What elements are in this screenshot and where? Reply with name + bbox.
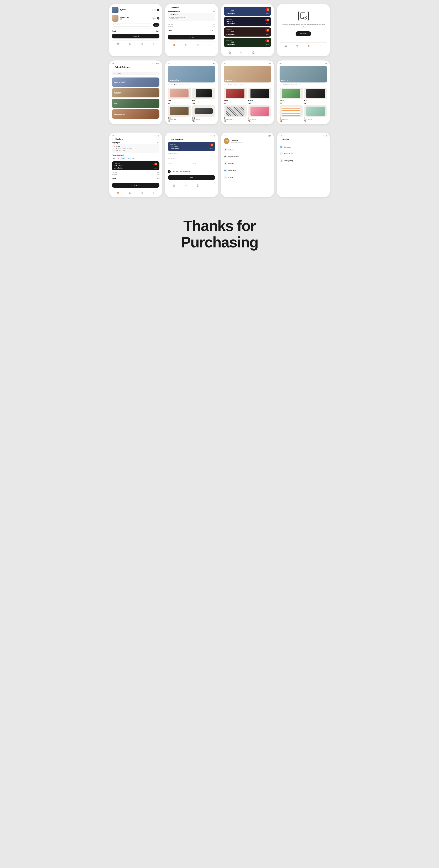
qty-decrease-2[interactable]: − [152,17,155,20]
cart-item-2-qty[interactable]: − 1 + [152,17,159,20]
settings-terms[interactable]: 📋 Terms of Use › [280,150,327,157]
nav-heart-icon[interactable]: ♡ [264,51,267,54]
category-men[interactable]: Men [112,99,159,108]
amex-logo[interactable]: AMEX [121,157,126,160]
save-checkbox[interactable]: ✓ [168,170,171,173]
nav-orders-icon[interactable]: 📋 [140,191,143,194]
profile-menu-logout[interactable]: ↩ Log out › [224,174,271,181]
qty-increase-1[interactable]: + [157,9,159,11]
nav-orders-icon[interactable]: 📋 [252,51,255,54]
nav-home-icon[interactable]: 🏠 [284,44,287,47]
promo-input[interactable] [112,23,152,27]
nav-cart-icon[interactable]: 🛍 [240,51,243,54]
edit-link[interactable]: Edit [157,142,159,143]
payment-card-4[interactable]: Credit Card •••• 4380 Letita Esthan 08/2… [224,38,271,47]
payment-card-1[interactable]: Credit Card •••• 1357 Letita Esthan 08/2… [224,7,271,16]
nav-orders-icon[interactable]: 📋 [308,44,311,47]
tab-dresses[interactable]: Dresses [228,84,232,86]
nav-cart-icon[interactable]: 🛍 [296,44,299,47]
qty-decrease-1[interactable]: − [152,9,155,11]
product-card-1[interactable]: Forza Toe Flat $39 [168,88,191,104]
back-icon[interactable]: ← [168,7,169,9]
product-card-2[interactable]: Forza Toe Flat $39 [248,88,271,104]
expires-input[interactable] [168,165,190,166]
tab-tops[interactable]: Tops [224,84,226,86]
product-card-4[interactable]: Forza Toe Flat $39 [248,105,271,122]
profile-menu-voucher[interactable]: 🎟 Voucher › [224,160,271,167]
tab-coats[interactable]: Coats & [240,84,244,86]
mastercard-logo[interactable]: ● ● [117,157,121,160]
heart-icon[interactable]: ♥ [269,63,270,64]
card-number-input[interactable] [168,160,215,161]
search-input[interactable] [117,73,135,74]
nav-home-icon[interactable]: 🏠 [172,184,175,187]
payment-card-3[interactable]: Credit Card •••• 6374 Letita Esthan 08/2… [224,27,271,37]
product-card-1[interactable]: Forza Toe Flat $39 [224,88,247,104]
cardholder-name-input[interactable] [168,155,215,156]
settings-language[interactable]: 🌐 Language › [280,144,327,150]
product-card-2[interactable]: Forza Toe Flat $39 [192,88,215,104]
tab-eyewear[interactable]: Eyewear [168,84,173,86]
category-accessories[interactable]: Accessories [112,109,159,119]
pay-now-button[interactable]: Pay Now [168,35,215,39]
nav-home-icon[interactable]: 🏠 [228,51,231,54]
nav-cart-icon[interactable]: 🛍 [128,191,131,194]
edit-link[interactable]: Edit [213,10,215,12]
qty-increase-2[interactable]: + [157,17,159,20]
back-icon[interactable]: ← [112,67,114,69]
product-card-2[interactable]: Forza Toe Flat $39 [304,88,327,104]
back-icon[interactable]: ← [280,138,281,140]
settings-privacy[interactable]: 🔒 Privecy Policy › [280,157,327,164]
apply-button[interactable]: Apply [153,23,159,27]
product-card-4[interactable]: Forza Toe Flat $39 [192,105,215,122]
paypal-logo[interactable]: PP [131,157,135,160]
cart-item-1-qty[interactable]: − 2 + [152,9,159,11]
nav-heart-icon[interactable]: ♡ [152,42,155,45]
nav-home-icon[interactable]: 🏠 [172,43,175,46]
selected-card[interactable]: Credit Card •••• 1357 Letita Esthan 08/2… [112,161,159,170]
save-card-button[interactable]: Save [168,175,215,180]
product-card-4[interactable]: Forza Toe Flat $39 [304,105,327,122]
back-icon[interactable]: ← [112,138,114,140]
tab-knitwear[interactable]: Knitwear [234,84,238,86]
nav-cart-icon[interactable]: 🛍 [184,43,187,46]
category-new-arrival[interactable]: New Arrival [112,78,159,87]
alipay-logo[interactable]: Ali [127,157,130,160]
visa-logo[interactable]: VISA [112,157,116,160]
checkout-button[interactable]: Checkout [112,34,159,38]
profile-menu-invite[interactable]: 👥 Invite friends › [224,167,271,174]
pay-now-button[interactable]: Pay Now [112,183,159,188]
payment-card-2[interactable]: Credit Card •••• 4236 Letita Esthan 08/2… [224,17,271,26]
tab-wallet[interactable]: Wallet [174,84,177,86]
nav-home-icon[interactable]: 🏠 [116,191,119,194]
nav-orders-icon[interactable]: 📋 [140,42,143,45]
product-card-1[interactable]: Forza Toe Flat $39 [280,88,303,104]
nav-heart-icon[interactable]: ♡ [208,184,211,187]
tab-outerwear[interactable]: Outerwear [284,84,290,86]
cart-icon[interactable]: 🛍 [326,63,327,64]
view-order-button[interactable]: View Order [296,31,311,36]
tab-jewellery[interactable]: Jewellery [179,84,184,86]
gear-icon[interactable]: ⚙ [270,135,271,136]
tab-sweatshirts[interactable]: Sweatshirts [291,84,297,86]
cvv-input[interactable] [193,165,215,166]
profile-menu-payment[interactable]: 💳 Payment method › [224,153,271,160]
nav-home-icon[interactable]: 🏠 [116,42,119,45]
cart-icon[interactable]: 🛍 [214,63,215,64]
product-card-3[interactable]: Forza Toe Flat $39 [224,105,247,122]
nav-heart-icon[interactable]: ♡ [320,44,323,47]
nav-cart-icon[interactable]: 🛍 [184,184,187,187]
nav-orders-icon[interactable]: 📋 [196,184,199,187]
back-icon[interactable]: ← [168,138,169,140]
nav-heart-icon[interactable]: ♡ [208,43,211,46]
nav-heart-icon[interactable]: ♡ [152,191,155,194]
product-card-3[interactable]: Forza Toe Flat $39 [168,105,191,122]
tab-tees[interactable]: Tees [280,84,282,86]
search-bar[interactable]: 🔍 [112,72,159,75]
tab-watch[interactable]: Watch [185,84,189,86]
cart-icon[interactable]: 🛍 [270,63,271,64]
heart-icon[interactable]: ♥ [213,63,214,64]
heart-icon[interactable]: ♥ [325,63,325,64]
nav-orders-icon[interactable]: 📋 [196,43,199,46]
profile-menu-address[interactable]: 📍 Address › [224,147,271,153]
